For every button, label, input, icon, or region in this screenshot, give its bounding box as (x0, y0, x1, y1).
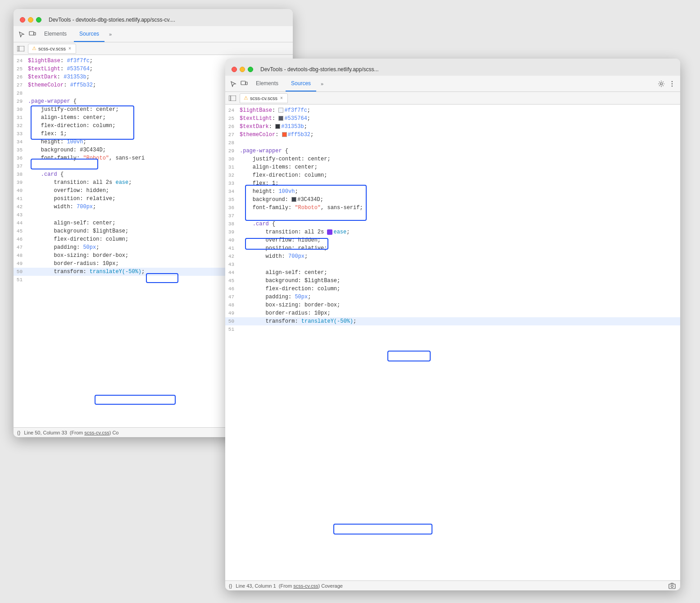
svg-rect-12 (669, 584, 675, 589)
r2-code-line-41: 41 position: relative; (225, 244, 680, 252)
r2-code-line-30: 30 justify-content: center; (225, 155, 680, 163)
file-tabbar-2: ⚠ scss-cv.scss × (225, 92, 680, 105)
traffic-lights-1 (20, 17, 41, 23)
curly-braces-icon-1: {} (17, 430, 20, 435)
r2-code-line-25: 25 $textLight: #535764; (225, 114, 680, 123)
sidebar-toggle-2[interactable] (228, 94, 237, 103)
r2-code-line-24: 24 $lightBase: #f3f7fc; (225, 106, 680, 114)
titlebar-2: DevTools - devtools-dbg-stories.netlify.… (225, 59, 680, 76)
svg-rect-0 (29, 32, 34, 35)
svg-point-7 (672, 81, 673, 82)
kebab-menu-icon-2[interactable] (668, 79, 677, 88)
code-lines-2: 24 $lightBase: #f3f7fc; 25 $textLight: #… (225, 105, 680, 580)
r2-code-line-42: 42 width: 700px; (225, 252, 680, 260)
titlebar-1: DevTools - devtools-dbg-stories.netlify.… (14, 9, 293, 26)
warning-icon-1: ⚠ (32, 46, 36, 51)
window-title-2: DevTools - devtools-dbg-stories.netlify.… (260, 66, 379, 73)
settings-icon-2[interactable] (657, 79, 666, 88)
close-button-2[interactable] (232, 67, 237, 72)
file-tab-2[interactable]: ⚠ scss-cv.scss × (240, 93, 288, 103)
status-text-2: Line 43, Column 1 (From scss-cv.css) Cov… (236, 583, 666, 589)
maximize-button-2[interactable] (248, 67, 253, 72)
svg-point-9 (672, 85, 673, 86)
more-tabs-2[interactable]: » (318, 79, 326, 88)
r2-code-line-45: 45 background: $lightBase; (225, 277, 680, 285)
screenshot-icon-2[interactable] (668, 581, 677, 590)
minimize-button-1[interactable] (28, 17, 33, 23)
r2-code-line-38: 38 .card { (225, 220, 680, 228)
code-editor-2[interactable]: 24 $lightBase: #f3f7fc; 25 $textLight: #… (225, 105, 680, 580)
traffic-lights-2 (232, 67, 253, 72)
maximize-button-1[interactable] (36, 17, 41, 23)
file-tab-name-1: scss-cv.scss (38, 46, 66, 51)
file-tab-close-2[interactable]: × (279, 96, 284, 100)
cursor-icon[interactable] (17, 30, 26, 39)
r2-code-line-29: 29 .page-wrapper { (225, 147, 680, 155)
svg-point-6 (660, 82, 663, 85)
svg-point-8 (672, 83, 673, 84)
r2-code-line-46: 46 flex-direction: column; (225, 285, 680, 293)
r2-code-line-44: 44 align-self: center; (225, 269, 680, 277)
window-title-1: DevTools - devtools-dbg-stories.netlify.… (49, 17, 175, 23)
r2-code-line-39: 39 transition: all 2s ease; (225, 228, 680, 236)
more-tabs-1[interactable]: » (106, 30, 114, 39)
cursor-icon-2[interactable] (229, 79, 238, 88)
device-icon-2[interactable] (240, 79, 249, 88)
r2-code-line-31: 31 align-items: center; (225, 163, 680, 171)
toolbar-1: Elements Sources » (14, 26, 293, 42)
r2-code-line-37: 37 (225, 212, 680, 220)
r2-code-line-49: 49 border-radius: 10px; (225, 309, 680, 317)
r2-code-line-47: 47 padding: 50px; (225, 293, 680, 301)
close-button-1[interactable] (20, 17, 25, 23)
file-tab-name-2: scss-cv.scss (250, 96, 277, 101)
r2-code-line-26: 26 $textDark: #31353b; (225, 123, 680, 131)
r2-code-line-33: 33 flex: 1; (225, 179, 680, 187)
curly-braces-icon-2: {} (229, 583, 232, 589)
r2-code-line-40: 40 overflow: hidden; (225, 236, 680, 244)
r2-code-line-34: 34 height: 100vh; (225, 187, 680, 196)
r2-code-line-35: 35 background: #3C434D; (225, 196, 680, 204)
r2-code-line-43: 43 (225, 260, 680, 269)
warning-icon-2: ⚠ (244, 95, 248, 101)
tab-sources-2[interactable]: Sources (286, 76, 316, 91)
toolbar-2: Elements Sources » (225, 76, 680, 92)
r2-code-line-27: 27 $themeColor: #ff5b32; (225, 131, 680, 139)
status-bar-2: {} Line 43, Column 1 (From scss-cv.css) … (225, 580, 680, 590)
svg-rect-10 (229, 96, 236, 101)
svg-rect-4 (241, 81, 245, 85)
r2-code-line-48: 48 box-sizing: border-box; (225, 301, 680, 309)
tab-elements-2[interactable]: Elements (250, 76, 284, 91)
r2-code-line-32: 32 flex-direction: column; (225, 171, 680, 179)
svg-rect-2 (17, 46, 24, 51)
r2-code-line-36: 36 font-family: "Roboto", sans-serif; (225, 204, 680, 212)
file-tabbar-1: ⚠ scss-cv.scss × (14, 42, 293, 55)
file-tab-close-1[interactable]: × (68, 46, 72, 51)
minimize-button-2[interactable] (240, 67, 245, 72)
device-icon[interactable] (28, 30, 37, 39)
tab-elements-1[interactable]: Elements (39, 26, 72, 42)
file-tab-1[interactable]: ⚠ scss-cv.scss × (28, 44, 76, 54)
svg-rect-5 (245, 82, 247, 85)
devtools-window-2[interactable]: DevTools - devtools-dbg-stories.netlify.… (225, 59, 680, 590)
svg-point-13 (671, 585, 673, 587)
svg-rect-1 (34, 32, 36, 35)
sidebar-toggle-1[interactable] (16, 44, 25, 53)
r2-code-line-51: 51 (225, 325, 680, 333)
tab-sources-1[interactable]: Sources (74, 26, 105, 42)
r2-code-line-50: 50 transform: translateY(-50%); (225, 317, 680, 325)
status-text-1: Line 50, Column 33 (From scss-cv.css) Co (24, 430, 118, 435)
r2-code-line-28: 28 (225, 139, 680, 147)
